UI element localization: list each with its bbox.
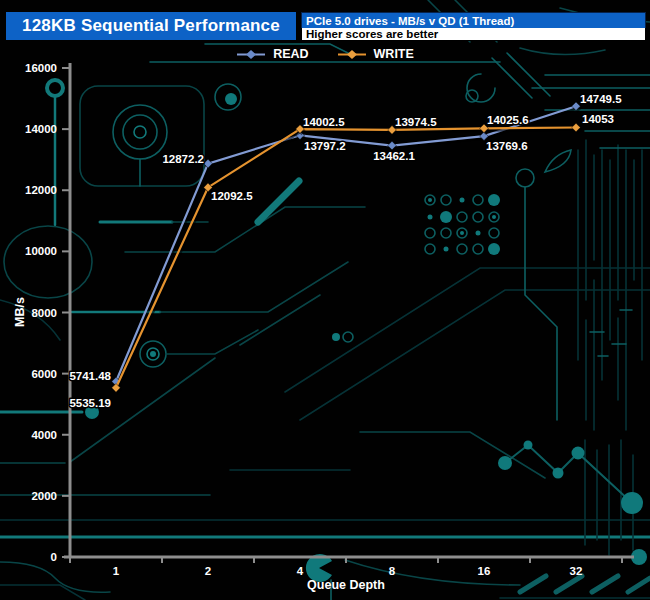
write-point-label: 14053 [582,113,614,125]
write-point-label: 13974.5 [395,116,437,128]
chart-subtitle-box: PCIe 5.0 drives - MB/s v QD (1 Thread) H… [301,12,646,41]
read-point-label: 13769.6 [486,140,528,152]
read-point-label: 13462.1 [373,150,415,162]
y-tick-label: 4000 [31,429,57,441]
y-tick-label: 0 [51,551,57,563]
x-axis-title: Queue Depth [307,578,385,592]
read-point-label: 5741.48 [69,370,111,382]
x-tick-label: 32 [570,565,583,577]
legend-item-write: WRITE [337,47,414,61]
y-tick-label: 16000 [25,62,57,74]
write-point-label: 12092.5 [211,190,253,202]
legend-label-read: READ [273,47,308,61]
y-tick-label: 2000 [31,490,57,502]
chart-note: Higher scores are better [301,28,646,41]
x-tick-label: 8 [389,565,396,577]
legend-item-read: READ [236,47,308,61]
y-tick-label: 12000 [25,184,57,196]
y-axis-title: MB/s [13,297,27,327]
y-tick-label: 10000 [25,245,57,257]
write-point-label: 14025.6 [487,114,529,126]
read-legend-marker-icon [236,49,266,60]
y-tick-label: 14000 [25,123,57,135]
read-point-label: 14749.5 [580,93,622,105]
chart-subtitle: PCIe 5.0 drives - MB/s v QD (1 Thread) [301,12,646,28]
y-tick-label: 6000 [31,368,57,380]
chart-title: 128KB Sequential Performance [6,12,296,40]
write-line [116,128,576,388]
legend-label-write: WRITE [374,47,414,61]
performance-line-chart: 0200040006000800010000120001400016000124… [0,0,650,600]
x-tick-label: 2 [205,565,211,577]
x-tick-label: 16 [478,565,491,577]
write-point-label: 14002.5 [303,116,345,128]
y-tick-label: 8000 [31,307,57,319]
write-point-label: 5535.19 [69,397,111,409]
read-point-label: 12872.2 [162,153,204,165]
write-series: 5535.1912092.514002.513974.514025.614053 [69,113,614,409]
write-legend-marker-icon [337,49,367,60]
x-tick-label: 4 [297,565,304,577]
read-series: 5741.4812872.213797.213462.113769.614749… [69,93,622,388]
read-point-label: 13797.2 [304,140,346,152]
chart-screenshot: 0200040006000800010000120001400016000124… [0,0,650,600]
legend: READ WRITE [0,47,650,61]
x-tick-label: 1 [113,565,120,577]
